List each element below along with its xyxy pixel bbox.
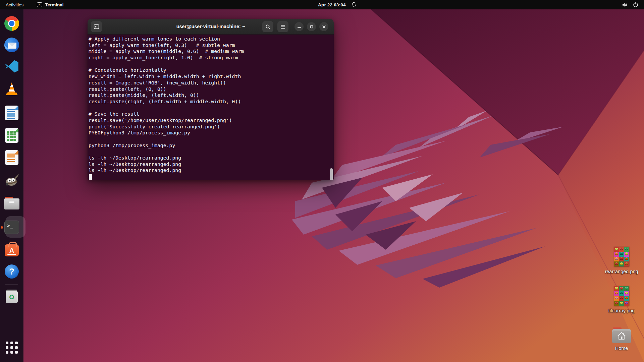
terminal-line: # Apply different warm tones to each sec… xyxy=(89,36,329,42)
minimize-button[interactable] xyxy=(294,22,304,31)
dock-item-gimp[interactable] xyxy=(4,172,20,188)
desktop-icon-home[interactable]: Home xyxy=(605,327,638,351)
terminal-dock-icon: >_ xyxy=(4,221,19,234)
dock-item-terminal[interactable]: >_ xyxy=(4,219,20,235)
new-tab-button[interactable] xyxy=(91,21,102,32)
dock-item-writer[interactable] xyxy=(4,105,20,121)
gimp-icon xyxy=(4,173,19,187)
dock-item-vscode[interactable] xyxy=(4,58,20,74)
home-folder-icon xyxy=(612,327,631,343)
terminal-line xyxy=(89,136,329,142)
dock-item-app-center[interactable]: A xyxy=(4,241,20,257)
thumbnail-tile xyxy=(614,247,619,252)
thumbnail-tile xyxy=(614,252,619,257)
thumbnail-tile xyxy=(619,247,624,252)
terminal-line: ls -lh ~/Desktop/rearranged.png xyxy=(89,155,329,161)
terminal-cursor xyxy=(89,174,92,180)
thumbnail-tile xyxy=(619,301,624,306)
thumbnail-tile xyxy=(614,286,619,291)
menu-button[interactable] xyxy=(277,21,288,32)
thumbnail-tile xyxy=(624,291,629,296)
clock-label: Apr 22 03:04 xyxy=(318,2,346,7)
thumbnail-tile xyxy=(619,252,624,257)
thumbnail-tile xyxy=(614,301,619,306)
libreoffice-calc-icon xyxy=(5,128,18,143)
terminal-line: result.paste(right, (left.width + middle… xyxy=(89,99,329,105)
dock-item-files[interactable] xyxy=(4,195,20,211)
terminal-line: # Save the result xyxy=(89,111,329,117)
app-center-icon: A xyxy=(5,244,19,256)
terminal-window: user@user-virtual-machine: ~ xyxy=(88,19,334,180)
thumbnail-tile xyxy=(614,296,619,301)
thumbnail-tile xyxy=(619,296,624,301)
terminal-line: new_width = left.width + middle.width + … xyxy=(89,73,329,80)
volume-icon xyxy=(622,2,628,7)
thumbnail-tile xyxy=(624,257,629,262)
app-grid-icon xyxy=(6,342,18,354)
files-icon xyxy=(4,197,19,209)
thumbnail-tile xyxy=(624,252,629,257)
dock-item-trash[interactable]: ♻ xyxy=(4,288,20,304)
focused-app-name: Terminal xyxy=(45,2,63,7)
terminal-line: PYEOFpython3 /tmp/process_image.py xyxy=(89,130,329,136)
search-button[interactable] xyxy=(262,21,273,32)
thumbnail-tile xyxy=(624,247,629,252)
dock-item-thunderbird[interactable] xyxy=(4,37,20,53)
trash-icon: ♻ xyxy=(5,289,18,304)
dock-item-app-grid[interactable] xyxy=(4,340,20,356)
thumbnail-tile xyxy=(624,286,629,291)
thumbnail-tile xyxy=(614,257,619,262)
power-icon xyxy=(633,2,638,7)
terminal-line: ls -lh ~/Desktop/rearranged.png xyxy=(89,167,329,174)
help-icon: ? xyxy=(5,264,19,279)
terminal-line xyxy=(89,61,329,67)
rearranged-thumbnail xyxy=(614,247,629,266)
focused-app-menu[interactable]: > Terminal xyxy=(37,2,63,7)
terminal-titlebar[interactable]: user@user-virtual-machine: ~ xyxy=(88,19,334,35)
chrome-icon xyxy=(4,16,19,31)
terminal-app-icon: > xyxy=(37,2,42,7)
thumbnail-tile xyxy=(619,261,624,266)
terminal-line: left = apply_warm_tone(left, 0.3) # subt… xyxy=(89,42,329,49)
vscode-icon xyxy=(4,59,19,74)
thunderbird-icon xyxy=(4,38,19,52)
system-status-menu[interactable] xyxy=(622,0,644,9)
top-bar: Activities > Terminal Apr 22 03:04 xyxy=(0,0,644,9)
dock-item-vlc[interactable] xyxy=(4,80,20,97)
terminal-line: result.paste(left, (0, 0)) xyxy=(89,86,329,93)
terminal-line: python3 /tmp/process_image.py xyxy=(89,142,329,149)
tilearray-thumbnail xyxy=(614,286,629,306)
terminal-content[interactable]: # Apply different warm tones to each sec… xyxy=(88,35,334,180)
terminal-line: ls -lh ~/Desktop/rearranged.png xyxy=(89,161,329,168)
thumbnail-tile xyxy=(614,261,619,266)
dock-item-help[interactable]: ? xyxy=(4,263,20,280)
thumbnail-tile xyxy=(619,286,624,291)
terminal-scrollbar[interactable] xyxy=(330,168,333,180)
desktop-icon-label: rearranged.png xyxy=(605,269,638,274)
clock-menu[interactable]: Apr 22 03:04 xyxy=(318,0,356,9)
thumbnail-tile xyxy=(619,291,624,296)
close-button[interactable] xyxy=(319,22,328,31)
terminal-line: result.paste(middle, (left.width, 0)) xyxy=(89,92,329,99)
terminal-line: # Concatenate horizontally xyxy=(89,67,329,73)
terminal-line: print('Successfully created rearranged.p… xyxy=(89,124,329,130)
desktop-icon-rearranged[interactable]: rearranged.png xyxy=(605,247,638,274)
dock-item-chrome[interactable] xyxy=(4,15,20,32)
thumbnail-tile xyxy=(619,257,624,262)
libreoffice-writer-icon xyxy=(5,106,18,120)
maximize-button[interactable] xyxy=(307,22,316,31)
terminal-line: middle = apply_warm_tone(middle, 0.6) # … xyxy=(89,48,329,55)
thumbnail-tile xyxy=(624,296,629,301)
activities-button[interactable]: Activities xyxy=(6,2,23,7)
dock-item-calc[interactable] xyxy=(4,127,20,143)
vlc-icon xyxy=(4,81,19,96)
thumbnail-tile xyxy=(614,291,619,296)
notification-bell-icon xyxy=(351,2,356,7)
terminal-line xyxy=(89,105,329,111)
thumbnail-tile xyxy=(624,301,629,306)
dock-item-impress[interactable] xyxy=(4,149,20,166)
desktop-icon-tilearray[interactable]: tilearray.png xyxy=(605,286,638,313)
terminal-line: result.save('/home/user/Desktop/rearrang… xyxy=(89,117,329,124)
thumbnail-tile xyxy=(624,261,629,266)
terminal-cursor-line xyxy=(89,174,329,180)
